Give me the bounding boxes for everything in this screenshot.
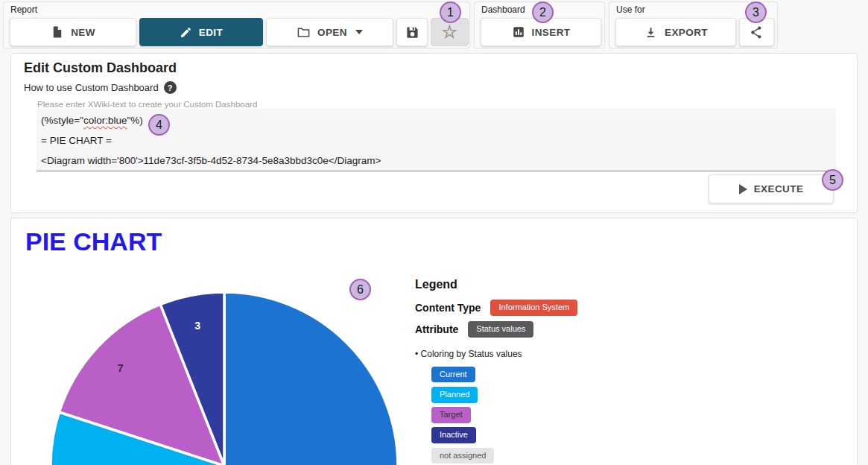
annotation-5: 5: [822, 169, 843, 191]
new-button-label: NEW: [71, 27, 95, 38]
spellcheck-underline: color:blue: [83, 115, 127, 126]
pie-value-label-target: 7: [118, 362, 124, 374]
status-chip-list: Current Planned Target Inactive not assi…: [431, 367, 832, 464]
legend-block: Legend Content Type Information System A…: [415, 278, 832, 464]
edit-dashboard-panel: Edit Custom Dashboard How to use Custom …: [10, 53, 858, 213]
new-button[interactable]: NEW: [10, 18, 136, 46]
chart-title: PIE CHART: [25, 227, 162, 256]
play-icon: [739, 184, 747, 194]
open-button[interactable]: OPEN: [266, 18, 393, 46]
edit-button-label: EDIT: [199, 27, 223, 38]
attribute-chip: Status values: [468, 321, 533, 338]
status-chip-current: Current: [431, 367, 475, 383]
pie-chart[interactable]: 73: [36, 282, 408, 465]
share-icon: [750, 25, 764, 39]
panel-title: Edit Custom Dashboard: [24, 60, 177, 76]
status-chip-target: Target: [431, 407, 471, 423]
dashboard-group-label: Dashboard: [481, 4, 525, 15]
new-document-icon: [51, 25, 64, 39]
insert-button-label: INSERT: [532, 27, 571, 38]
pie-slice-current[interactable]: [224, 292, 398, 465]
usefor-group-label: Use for: [616, 4, 645, 15]
pie-chart-panel: PIE CHART 73 Legend Content Type Informa…: [10, 218, 858, 465]
execute-button[interactable]: EXECUTE: [709, 174, 834, 203]
help-icon[interactable]: ?: [164, 81, 177, 94]
execute-button-label: EXECUTE: [754, 183, 804, 194]
content-type-chip: Information System: [490, 300, 577, 316]
edit-button[interactable]: EDIT: [139, 18, 263, 46]
status-chip-planned: Planned: [431, 387, 478, 403]
chevron-down-icon: [355, 30, 363, 34]
attribute-label: Attribute: [415, 323, 458, 335]
annotation-6: 6: [349, 279, 371, 300]
legend-title: Legend: [415, 278, 832, 291]
export-button[interactable]: EXPORT: [615, 18, 736, 46]
status-chip-inactive: Inactive: [431, 427, 476, 443]
insert-chart-icon: [512, 25, 525, 39]
editor-hint: Please enter XWiki-text to create your C…: [37, 100, 257, 109]
annotation-2: 2: [532, 1, 554, 23]
open-folder-icon: [297, 25, 311, 39]
save-floppy-icon: [405, 25, 419, 39]
coloring-note: • Coloring by Status values: [415, 349, 832, 359]
code-line-3: <Diagram width='800'>11de73cf-3f5b-4d52-…: [41, 151, 831, 171]
report-group-label: Report: [10, 4, 37, 15]
edit-pencil-icon: [180, 26, 192, 39]
annotation-1: 1: [440, 1, 461, 23]
save-button[interactable]: [396, 18, 428, 46]
pie-value-label-inactive: 3: [194, 320, 200, 332]
star-icon: ☆: [442, 23, 458, 41]
report-group: Report NEW EDIT OPEN ☆: [3, 1, 470, 48]
status-chip-not-assigned: not assigned: [431, 448, 494, 464]
annotation-4: 4: [148, 114, 170, 136]
help-link-text: How to use Custom Dashboard: [24, 82, 159, 93]
content-type-label: Content Type: [415, 302, 481, 314]
export-button-label: EXPORT: [665, 27, 708, 38]
open-button-label: OPEN: [317, 27, 347, 38]
annotation-3: 3: [745, 1, 767, 23]
download-icon: [644, 25, 658, 39]
